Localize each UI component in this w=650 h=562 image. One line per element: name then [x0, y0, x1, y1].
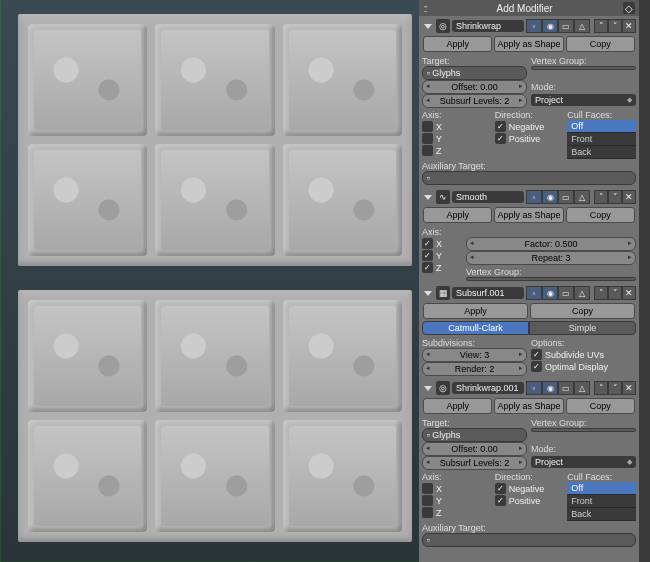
apply-button[interactable]: Apply — [423, 303, 528, 319]
cull-off[interactable]: Off — [567, 482, 636, 495]
subdivide-uv-checkbox[interactable]: Subdivide UVs — [531, 349, 636, 360]
cull-off[interactable]: Off — [567, 120, 636, 133]
cull-back[interactable]: Back — [567, 146, 636, 159]
expand-toggle-icon[interactable] — [424, 195, 432, 200]
axis-x-checkbox[interactable]: X — [422, 121, 491, 132]
axis-y-checkbox[interactable]: Y — [422, 250, 462, 261]
expand-toggle-icon[interactable] — [424, 24, 432, 29]
move-down-icon[interactable]: ˅ — [608, 190, 622, 204]
move-down-icon[interactable]: ˅ — [608, 381, 622, 395]
cull-list[interactable]: Off Front Back — [567, 120, 636, 159]
move-up-icon[interactable]: ˄ — [594, 190, 608, 204]
sslevels-spinner[interactable]: Subsurf Levels: 2 — [422, 456, 527, 470]
editmode-toggle-icon[interactable]: ▭ — [558, 19, 574, 33]
axis-z-checkbox[interactable]: Z — [422, 262, 462, 273]
negative-checkbox[interactable]: Negative — [495, 483, 564, 494]
panel-scrollbar[interactable] — [639, 0, 650, 562]
copy-button[interactable]: Copy — [566, 207, 635, 223]
apply-button[interactable]: Apply — [423, 36, 492, 52]
cage-toggle-icon[interactable]: △ — [574, 286, 590, 300]
cull-back[interactable]: Back — [567, 508, 636, 521]
modifier-name-field[interactable]: Shrinkwrap.001 — [452, 382, 524, 394]
repeat-spinner[interactable]: Repeat: 3 — [466, 251, 636, 265]
axis-x-checkbox[interactable]: X — [422, 483, 491, 494]
aux-target-field[interactable]: ▫ — [422, 171, 636, 185]
axis-x-checkbox[interactable]: X — [422, 238, 462, 249]
target-field[interactable]: ▫Glyphs — [422, 428, 527, 442]
apply-button[interactable]: Apply — [423, 398, 492, 414]
optimal-display-checkbox[interactable]: Optimal Display — [531, 361, 636, 372]
add-modifier-menu[interactable]: Add Modifier — [496, 3, 552, 14]
cull-front[interactable]: Front — [567, 495, 636, 508]
modifier-name-field[interactable]: Shrinkwrap — [452, 20, 524, 32]
realtime-toggle-icon[interactable]: ◉ — [542, 19, 558, 33]
axis-z-checkbox[interactable]: Z — [422, 507, 491, 518]
axis-z-checkbox[interactable]: Z — [422, 145, 491, 156]
render-spinner[interactable]: Render: 2 — [422, 362, 527, 376]
viewport-3d[interactable] — [0, 0, 419, 562]
cull-label: Cull Faces: — [567, 110, 636, 120]
editmode-toggle-icon[interactable]: ▭ — [558, 286, 574, 300]
catmull-clark-option[interactable]: Catmull-Clark — [422, 321, 529, 335]
move-up-icon[interactable]: ˄ — [594, 286, 608, 300]
negative-checkbox[interactable]: Negative — [495, 121, 564, 132]
cage-toggle-icon[interactable]: △ — [574, 190, 590, 204]
vertex-group-field[interactable] — [531, 428, 636, 432]
positive-checkbox[interactable]: Positive — [495, 133, 564, 144]
positive-checkbox[interactable]: Positive — [495, 495, 564, 506]
modifier-name-field[interactable]: Subsurf.001 — [452, 287, 524, 299]
axis-label: Axis: — [422, 227, 462, 237]
modifier-smooth: ∿ Smooth ▫ ◉ ▭ △ ˄ ˅ ✕ Apply Apply as Sh… — [422, 189, 636, 281]
delete-icon[interactable]: ✕ — [622, 190, 636, 204]
cull-list[interactable]: Off Front Back — [567, 482, 636, 521]
delete-icon[interactable]: ✕ — [622, 381, 636, 395]
aux-target-label: Auxiliary Target: — [422, 523, 636, 533]
move-down-icon[interactable]: ˅ — [608, 286, 622, 300]
render-toggle-icon[interactable]: ▫ — [526, 286, 542, 300]
apply-button[interactable]: Apply — [423, 207, 492, 223]
realtime-toggle-icon[interactable]: ◉ — [542, 381, 558, 395]
simple-option[interactable]: Simple — [529, 321, 636, 335]
editmode-toggle-icon[interactable]: ▭ — [558, 190, 574, 204]
expand-toggle-icon[interactable] — [424, 291, 432, 296]
mode-label: Mode: — [531, 82, 636, 92]
vertex-group-field[interactable] — [531, 66, 636, 70]
move-up-icon[interactable]: ˄ — [594, 19, 608, 33]
copy-button[interactable]: Copy — [566, 36, 635, 52]
copy-button[interactable]: Copy — [530, 303, 635, 319]
axis-y-checkbox[interactable]: Y — [422, 133, 491, 144]
delete-icon[interactable]: ✕ — [622, 19, 636, 33]
mode-dropdown[interactable]: Project◆ — [531, 94, 636, 106]
copy-button[interactable]: Copy — [566, 398, 635, 414]
realtime-toggle-icon[interactable]: ◉ — [542, 190, 558, 204]
subsurf-type-enum[interactable]: Catmull-Clark Simple — [422, 321, 636, 335]
editmode-toggle-icon[interactable]: ▭ — [558, 381, 574, 395]
target-field[interactable]: ▫Glyphs — [422, 66, 527, 80]
offset-spinner[interactable]: Offset: 0.00 — [422, 442, 527, 456]
factor-spinner[interactable]: Factor: 0.500 — [466, 237, 636, 251]
view-spinner[interactable]: View: 3 — [422, 348, 527, 362]
modifier-name-field[interactable]: Smooth — [452, 191, 524, 203]
realtime-toggle-icon[interactable]: ◉ — [542, 286, 558, 300]
cull-front[interactable]: Front — [567, 133, 636, 146]
apply-shape-button[interactable]: Apply as Shape — [494, 207, 563, 223]
panel-menu-icon[interactable]: ◇ — [623, 2, 635, 14]
cage-toggle-icon[interactable]: △ — [574, 381, 590, 395]
offset-spinner[interactable]: Offset: 0.00 — [422, 80, 527, 94]
aux-target-field[interactable]: ▫ — [422, 533, 636, 547]
mode-dropdown[interactable]: Project◆ — [531, 456, 636, 468]
vertex-group-field[interactable] — [466, 277, 636, 281]
expand-toggle-icon[interactable] — [424, 386, 432, 391]
cage-toggle-icon[interactable]: △ — [574, 19, 590, 33]
delete-icon[interactable]: ✕ — [622, 286, 636, 300]
render-toggle-icon[interactable]: ▫ — [526, 190, 542, 204]
apply-shape-button[interactable]: Apply as Shape — [494, 36, 563, 52]
move-up-icon[interactable]: ˄ — [594, 381, 608, 395]
axis-y-checkbox[interactable]: Y — [422, 495, 491, 506]
apply-shape-button[interactable]: Apply as Shape — [494, 398, 563, 414]
sslevels-spinner[interactable]: Subsurf Levels: 2 — [422, 94, 527, 108]
move-down-icon[interactable]: ˅ — [608, 19, 622, 33]
render-toggle-icon[interactable]: ▫ — [526, 19, 542, 33]
grip-icon[interactable]: :::: — [423, 3, 426, 14]
render-toggle-icon[interactable]: ▫ — [526, 381, 542, 395]
